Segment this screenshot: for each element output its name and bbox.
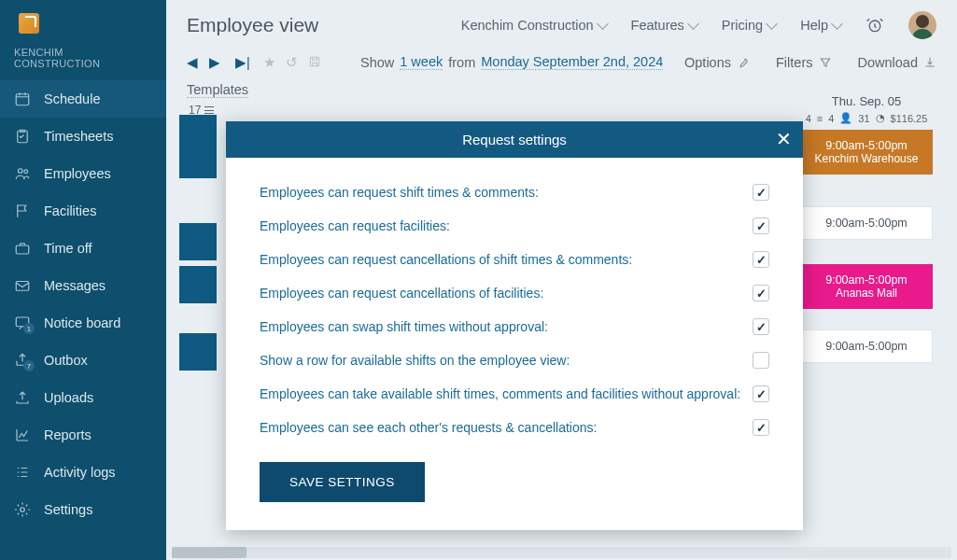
modal-body: Employees can request shift times & comm… xyxy=(226,158,803,530)
prev-button[interactable]: ◀ xyxy=(187,55,202,70)
range-select[interactable]: 1 week xyxy=(400,54,443,70)
logo-icon xyxy=(19,13,39,34)
avatar[interactable] xyxy=(908,11,936,39)
chevron-down-icon xyxy=(766,18,778,30)
clock-icon: ◔ xyxy=(876,112,885,124)
sidebar-item-uploads[interactable]: Uploads xyxy=(0,379,166,416)
topnav-pricing[interactable]: Pricing xyxy=(722,18,776,33)
svg-point-3 xyxy=(24,170,28,174)
gear-icon xyxy=(14,501,31,518)
topbar: Employee view Kenchim Construction Featu… xyxy=(166,0,957,45)
sidebar-item-label: Activity logs xyxy=(44,465,116,480)
sidebar-item-reports[interactable]: Reports xyxy=(0,416,166,454)
sidebar-item-label: Reports xyxy=(44,427,91,442)
employee-block-1[interactable] xyxy=(179,223,217,260)
outbox-icon: 7 xyxy=(14,352,31,369)
alarm-icon[interactable] xyxy=(866,16,884,35)
download-icon xyxy=(923,56,936,69)
page-title: Employee view xyxy=(187,14,318,36)
svg-rect-0 xyxy=(16,94,29,105)
checkbox-3[interactable] xyxy=(753,285,769,301)
skip-end-button[interactable]: ▶| xyxy=(235,55,250,70)
checkbox-7[interactable] xyxy=(753,419,769,436)
close-icon[interactable]: ✕ xyxy=(776,130,792,148)
sidebar-item-label: Settings xyxy=(44,502,92,517)
chevron-down-icon xyxy=(597,18,609,30)
org-name: KENCHIM CONSTRUCTION xyxy=(0,47,166,80)
checkbox-2[interactable] xyxy=(753,251,769,268)
modal-header: Request settings ✕ xyxy=(226,121,803,158)
calendar-icon xyxy=(14,91,31,107)
sidebar-item-activity-logs[interactable]: Activity logs xyxy=(0,454,166,491)
from-date-select[interactable]: Monday September 2nd, 2024 xyxy=(481,54,663,70)
svg-rect-9 xyxy=(310,57,318,65)
sidebar-item-timesheets[interactable]: Timesheets xyxy=(0,118,166,155)
download-button[interactable]: Download xyxy=(858,55,937,70)
templates-link[interactable]: Templates xyxy=(187,82,248,98)
modal-title: Request settings xyxy=(462,132,567,147)
topnav-org[interactable]: Kenchim Construction xyxy=(461,18,607,33)
scrollbar-thumb[interactable] xyxy=(172,547,246,558)
svg-rect-5 xyxy=(16,282,29,291)
upload-icon xyxy=(14,389,31,406)
employee-block-3[interactable] xyxy=(179,333,217,371)
checkbox-6[interactable] xyxy=(753,385,769,402)
shift-cell-0[interactable]: 9:00am-5:00pmKenchim Warehouse xyxy=(800,130,933,175)
briefcase-icon xyxy=(14,240,31,257)
checkbox-0[interactable] xyxy=(753,184,769,201)
options-button[interactable]: Options xyxy=(684,55,750,70)
save-settings-button[interactable]: SAVE SETTINGS xyxy=(260,462,425,502)
sidebar-item-label: Notice board xyxy=(44,315,120,330)
star-button[interactable]: ★ xyxy=(263,55,278,70)
day-header: Thu. Sep. 05 4≡ 4👤 31◔ $116.25 xyxy=(800,94,933,124)
chevron-down-icon xyxy=(831,18,843,30)
setting-row-2: Employees can request cancellations of s… xyxy=(260,251,769,268)
filter-icon xyxy=(819,56,832,69)
sidebar-item-label: Schedule xyxy=(44,91,100,106)
sidebar-item-employees[interactable]: Employees xyxy=(0,155,166,192)
setting-row-6: Employees can take available shift times… xyxy=(260,385,769,402)
clipboard-check-icon xyxy=(14,128,31,145)
sidebar-item-label: Facilities xyxy=(44,203,96,218)
from-label: from xyxy=(448,55,475,70)
date-range-group: Show 1 week from Monday September 2nd, 2… xyxy=(360,54,663,70)
next-button[interactable]: ▶ xyxy=(209,55,224,70)
svg-rect-4 xyxy=(16,245,29,254)
filters-button[interactable]: Filters xyxy=(776,55,831,70)
employee-block-0[interactable] xyxy=(179,115,217,178)
users-icon xyxy=(14,165,31,182)
sidebar-item-label: Employees xyxy=(44,166,111,181)
checkbox-5[interactable] xyxy=(753,352,769,369)
sidebar-item-settings[interactable]: Settings xyxy=(0,491,166,528)
sidebar-item-facilities[interactable]: Facilities xyxy=(0,192,166,230)
save-icon-button[interactable] xyxy=(308,55,323,70)
notice-badge: 1 xyxy=(23,323,35,334)
show-label: Show xyxy=(360,55,394,70)
checkbox-4[interactable] xyxy=(753,318,769,335)
checkbox-1[interactable] xyxy=(753,217,769,234)
toolbar: ◀ ▶ ▶| ★ ↺ Show 1 week from Monday Septe… xyxy=(166,45,957,77)
horizontal-scrollbar[interactable] xyxy=(172,547,951,558)
undo-button[interactable]: ↺ xyxy=(286,55,301,70)
flag-icon xyxy=(14,203,31,219)
sidebar-item-time-off[interactable]: Time off xyxy=(0,230,166,267)
topnav-features[interactable]: Features xyxy=(631,18,697,33)
chart-icon xyxy=(14,427,31,443)
outbox-badge: 7 xyxy=(23,360,35,371)
sidebar-item-schedule[interactable]: Schedule xyxy=(0,80,166,118)
topnav-help[interactable]: Help xyxy=(800,18,841,33)
sidebar-item-notice-board[interactable]: 1 Notice board xyxy=(0,304,166,342)
mail-icon xyxy=(14,277,31,294)
toolbar-right: Options Filters Download xyxy=(684,55,936,70)
sidebar-item-label: Timesheets xyxy=(44,129,113,144)
shift-cell-3[interactable]: 9:00am-5:00pm xyxy=(800,329,933,363)
logo-area[interactable] xyxy=(0,0,166,47)
sidebar-item-outbox[interactable]: 7 Outbox xyxy=(0,342,166,379)
shift-cell-2[interactable]: 9:00am-5:00pmAnanas Mall xyxy=(800,264,933,309)
sidebar-item-messages[interactable]: Messages xyxy=(0,267,166,304)
day-label: Thu. Sep. 05 xyxy=(800,94,933,108)
svg-point-7 xyxy=(21,508,25,512)
employee-block-2[interactable] xyxy=(179,266,217,303)
list-icon xyxy=(14,464,31,481)
shift-cell-1[interactable]: 9:00am-5:00pm xyxy=(800,206,933,240)
